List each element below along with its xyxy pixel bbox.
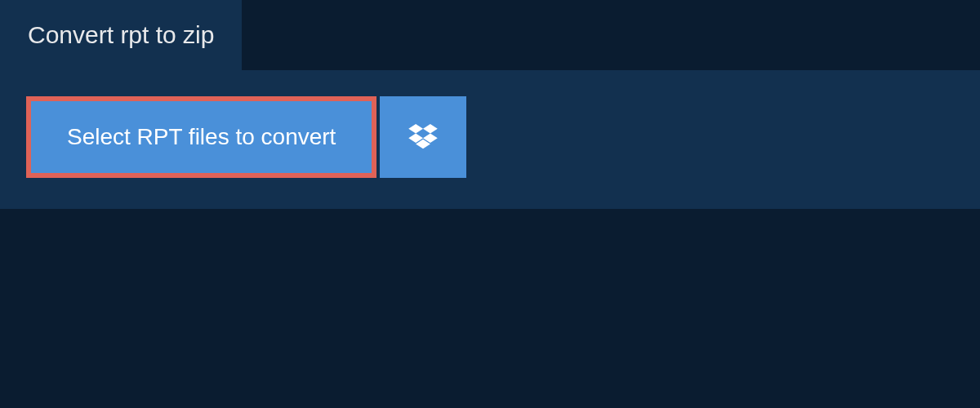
- tab-title: Convert rpt to zip: [28, 21, 214, 48]
- button-row: Select RPT files to convert: [26, 96, 954, 178]
- dropbox-button[interactable]: [380, 96, 466, 178]
- main-panel: Select RPT files to convert: [0, 70, 980, 209]
- tab-convert[interactable]: Convert rpt to zip: [0, 0, 242, 70]
- select-files-button[interactable]: Select RPT files to convert: [26, 96, 376, 178]
- dropbox-icon: [408, 124, 438, 150]
- select-files-label: Select RPT files to convert: [67, 124, 336, 150]
